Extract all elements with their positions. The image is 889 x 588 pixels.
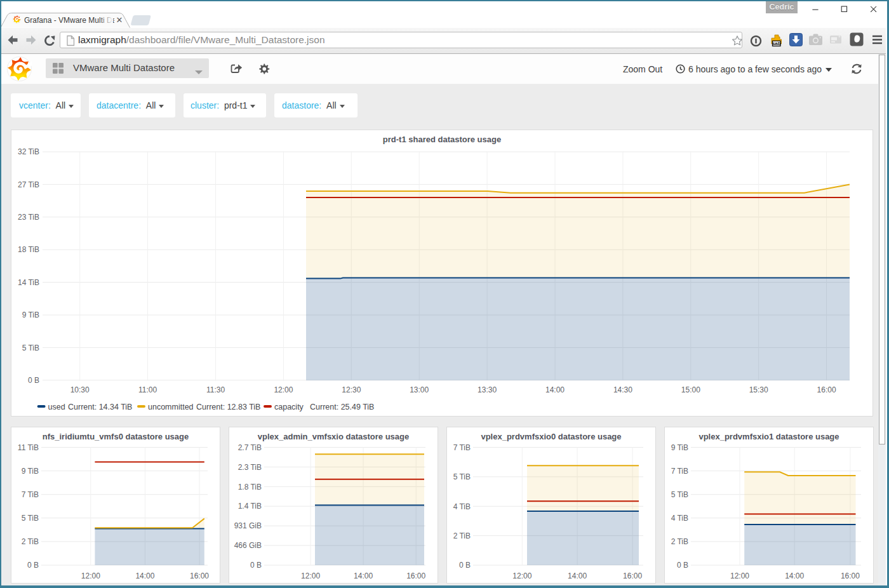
svg-text:14:00: 14:00: [545, 385, 565, 394]
svg-text:13:00: 13:00: [410, 385, 429, 394]
svg-text:12:30: 12:30: [342, 385, 361, 394]
svg-text:23 TiB: 23 TiB: [18, 213, 39, 222]
svg-text:5 TiB: 5 TiB: [22, 514, 39, 523]
svg-text:Current: 12.83 TiB: Current: 12.83 TiB: [196, 403, 260, 411]
svg-text:9 TiB: 9 TiB: [671, 443, 688, 452]
svg-text:466 GiB: 466 GiB: [234, 541, 262, 550]
svg-text:11:30: 11:30: [206, 385, 225, 394]
svg-text:uncommitted: uncommitted: [148, 403, 194, 411]
svg-text:5 TiB: 5 TiB: [22, 344, 39, 352]
svg-text:7 TiB: 7 TiB: [671, 467, 688, 476]
svg-text:12:00: 12:00: [81, 571, 100, 580]
svg-text:0 B: 0 B: [27, 561, 39, 570]
svg-text:32 TiB: 32 TiB: [18, 147, 39, 156]
svg-text:Current: 25.49 TiB: Current: 25.49 TiB: [310, 403, 374, 411]
svg-text:0 B: 0 B: [677, 561, 688, 570]
svg-text:4 TiB: 4 TiB: [453, 502, 471, 511]
svg-text:1.8 TiB: 1.8 TiB: [238, 483, 262, 491]
svg-text:15:00: 15:00: [681, 385, 700, 394]
svg-text:Current: 14.34 TiB: Current: 14.34 TiB: [68, 403, 132, 411]
svg-text:2 TiB: 2 TiB: [671, 537, 688, 546]
svg-text:11 TiB: 11 TiB: [18, 443, 39, 452]
svg-text:0 B: 0 B: [250, 561, 262, 570]
svg-text:14:00: 14:00: [354, 571, 373, 580]
svg-text:10:30: 10:30: [70, 385, 90, 394]
svg-text:14:00: 14:00: [135, 571, 154, 580]
svg-text:5 TiB: 5 TiB: [453, 472, 471, 481]
svg-text:27 TiB: 27 TiB: [18, 180, 39, 189]
svg-text:2.3 TiB: 2.3 TiB: [238, 463, 262, 472]
svg-text:2 TiB: 2 TiB: [22, 537, 39, 546]
svg-text:14 TiB: 14 TiB: [18, 278, 39, 287]
svg-text:2.7 TiB: 2.7 TiB: [238, 443, 262, 452]
svg-text:7 TiB: 7 TiB: [453, 443, 471, 452]
svg-text:11:00: 11:00: [138, 385, 157, 394]
svg-text:0 B: 0 B: [28, 376, 39, 385]
svg-text:16:00: 16:00: [817, 385, 836, 394]
svg-text:7 TiB: 7 TiB: [22, 490, 39, 499]
svg-text:16:00: 16:00: [190, 571, 209, 580]
svg-text:12:00: 12:00: [512, 571, 531, 580]
svg-text:sab: sab: [772, 41, 781, 46]
svg-text:5 TiB: 5 TiB: [671, 490, 688, 499]
svg-text:0 B: 0 B: [459, 561, 471, 570]
svg-text:14:00: 14:00: [785, 571, 804, 580]
svg-text:16:00: 16:00: [406, 571, 425, 580]
svg-text:12:00: 12:00: [730, 571, 749, 580]
svg-text:4 TiB: 4 TiB: [671, 514, 688, 523]
svg-text:16:00: 16:00: [841, 571, 860, 580]
svg-text:15:30: 15:30: [749, 385, 768, 394]
svg-text:931 GiB: 931 GiB: [234, 521, 262, 530]
svg-text:used: used: [48, 403, 65, 411]
svg-text:1.4 TiB: 1.4 TiB: [238, 502, 262, 511]
svg-text:capacity: capacity: [274, 403, 304, 411]
svg-text:12:00: 12:00: [301, 571, 320, 580]
svg-text:12:00: 12:00: [274, 385, 293, 394]
svg-text:9 TiB: 9 TiB: [22, 311, 39, 319]
svg-text:14:30: 14:30: [613, 385, 632, 394]
svg-text:2 TiB: 2 TiB: [453, 531, 471, 540]
svg-text:14:00: 14:00: [568, 571, 587, 580]
svg-text:16:00: 16:00: [623, 571, 642, 580]
svg-text:18 TiB: 18 TiB: [18, 245, 39, 254]
svg-text:9 TiB: 9 TiB: [22, 467, 39, 476]
svg-text:13:30: 13:30: [478, 385, 497, 394]
